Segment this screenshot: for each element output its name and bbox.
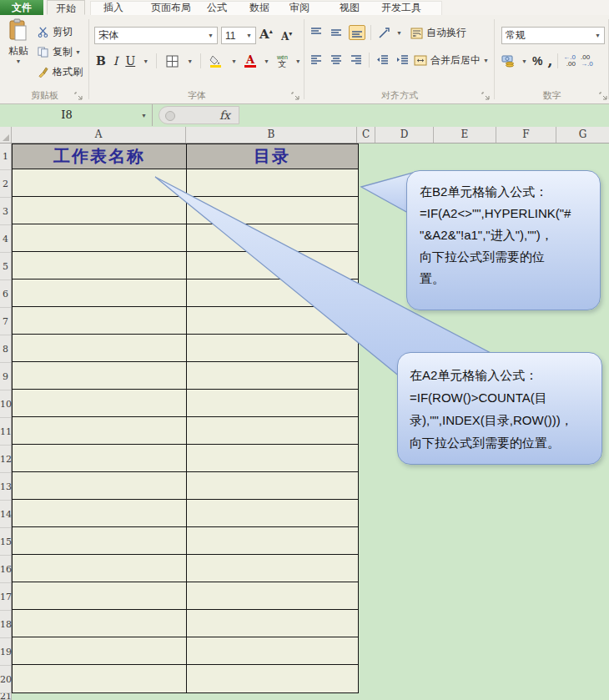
cell[interactable] xyxy=(13,555,187,582)
row-header[interactable]: 3 xyxy=(0,198,11,225)
column-header-a[interactable]: A xyxy=(12,127,186,143)
cell[interactable] xyxy=(13,252,187,279)
phonetic-guide-icon[interactable]: wén 文 xyxy=(277,54,288,68)
row-header[interactable]: 2 xyxy=(0,170,11,198)
cell[interactable] xyxy=(187,335,357,361)
name-box-dropdown-arrow-icon[interactable]: ▼ xyxy=(141,113,147,118)
row-header[interactable]: 6 xyxy=(0,280,11,308)
orientation-icon[interactable] xyxy=(376,26,391,39)
grow-font-button[interactable]: A▴ xyxy=(259,27,273,42)
cell[interactable] xyxy=(13,500,187,526)
cell[interactable] xyxy=(187,610,357,637)
cell[interactable] xyxy=(13,197,187,224)
clipboard-dialog-launcher-icon[interactable] xyxy=(74,92,83,100)
percent-style-button[interactable]: % xyxy=(532,54,542,68)
cell[interactable] xyxy=(187,500,357,526)
alignment-dialog-launcher-icon[interactable] xyxy=(481,92,490,100)
paste-button[interactable]: 粘贴 ▼ xyxy=(3,18,33,64)
row-header[interactable]: 7 xyxy=(0,308,11,335)
italic-button[interactable]: I xyxy=(113,54,118,68)
font-name-dropdown-arrow-icon[interactable]: ▼ xyxy=(208,33,214,38)
row-header[interactable]: 15 xyxy=(0,528,11,556)
name-box[interactable]: I8 ▼ xyxy=(0,104,153,126)
row-header[interactable]: 9 xyxy=(0,363,11,390)
merge-center-button[interactable]: 合并后居中 ▼ xyxy=(413,53,489,68)
cell[interactable] xyxy=(13,610,187,637)
tab-page-layout[interactable]: 页面布局 xyxy=(143,0,199,15)
row-header[interactable]: 20 xyxy=(0,666,11,693)
tab-insert[interactable]: 插入 xyxy=(93,0,133,15)
cell-a1[interactable]: 工作表名称 xyxy=(13,144,187,169)
align-left-icon[interactable] xyxy=(309,53,324,67)
decrease-decimal-icon[interactable]: .00 →.0 xyxy=(581,54,593,68)
cell[interactable] xyxy=(13,445,187,471)
column-header-c[interactable]: C xyxy=(357,127,375,143)
row-header[interactable]: 19 xyxy=(0,638,11,666)
align-middle-icon[interactable] xyxy=(329,26,344,39)
format-painter-button[interactable]: 格式刷 xyxy=(35,65,83,79)
phonetic-dropdown-arrow-icon[interactable]: ▼ xyxy=(295,58,301,64)
row-header[interactable]: 13 xyxy=(0,473,11,501)
row-header[interactable]: 4 xyxy=(0,225,11,253)
row-header[interactable]: 8 xyxy=(0,335,11,363)
row-header[interactable]: 1 xyxy=(0,144,11,170)
cell[interactable] xyxy=(13,279,187,306)
increase-decimal-icon[interactable]: ←.0 .00 xyxy=(563,54,576,68)
row-header[interactable]: 16 xyxy=(0,556,11,583)
callout-b2-formula[interactable]: 在B2单元格输入公式： =IF(A2<>"",HYPERLINK("# "&A2… xyxy=(406,170,601,310)
fill-color-icon[interactable] xyxy=(209,54,224,68)
number-format-dropdown-arrow-icon[interactable]: ▼ xyxy=(595,33,601,38)
cell[interactable] xyxy=(13,169,187,196)
copy-dropdown-arrow-icon[interactable]: ▼ xyxy=(75,49,81,55)
align-center-icon[interactable] xyxy=(329,53,344,67)
cell[interactable] xyxy=(187,390,357,416)
accounting-format-icon[interactable] xyxy=(501,54,516,68)
cut-button[interactable]: 剪切 xyxy=(35,25,73,39)
font-name-combo[interactable]: 宋体 ▼ xyxy=(94,27,218,44)
cell-b1[interactable]: 目录 xyxy=(187,144,357,169)
merge-dropdown-arrow-icon[interactable]: ▼ xyxy=(483,58,489,63)
insert-function-button[interactable]: fx xyxy=(219,108,230,122)
paste-dropdown-arrow-icon[interactable]: ▼ xyxy=(3,58,33,64)
row-header[interactable]: 14 xyxy=(0,501,11,528)
cell[interactable] xyxy=(13,307,187,334)
shrink-font-button[interactable]: A▾ xyxy=(281,29,292,43)
formula-input[interactable] xyxy=(239,104,609,126)
cell[interactable] xyxy=(187,582,357,609)
cell[interactable] xyxy=(13,362,187,389)
select-all-corner[interactable] xyxy=(0,127,12,143)
wrap-text-button[interactable]: 自动换行 xyxy=(409,26,466,40)
number-dialog-launcher-icon[interactable] xyxy=(599,92,607,100)
cell[interactable] xyxy=(187,555,357,582)
font-color-dropdown-arrow-icon[interactable]: ▼ xyxy=(264,58,269,64)
orientation-dropdown-arrow-icon[interactable]: ▼ xyxy=(396,30,402,36)
tab-formulas[interactable]: 公式 xyxy=(197,0,237,15)
cell[interactable] xyxy=(13,582,187,609)
fill-color-dropdown-arrow-icon[interactable]: ▼ xyxy=(231,58,237,64)
font-color-icon[interactable]: A xyxy=(244,55,256,68)
tab-developer[interactable]: 开发工具 xyxy=(371,0,431,15)
align-bottom-icon[interactable] xyxy=(349,25,365,40)
cell[interactable] xyxy=(13,224,187,251)
tab-file[interactable]: 文件 xyxy=(0,0,43,15)
decrease-indent-icon[interactable] xyxy=(375,53,390,67)
cell[interactable] xyxy=(13,390,187,416)
cell[interactable] xyxy=(13,637,187,664)
cell[interactable] xyxy=(187,252,357,279)
cell[interactable] xyxy=(187,362,357,389)
cell[interactable] xyxy=(187,637,357,664)
callout-a2-formula[interactable]: 在A2单元格输入公式： =IF(ROW()>COUNTA(目 录),"",IND… xyxy=(397,352,602,465)
cell[interactable] xyxy=(187,665,357,692)
cell[interactable] xyxy=(187,527,357,554)
tab-home[interactable]: 开始 xyxy=(47,0,85,15)
cell[interactable] xyxy=(187,417,357,444)
cell[interactable] xyxy=(13,472,187,499)
increase-indent-icon[interactable] xyxy=(395,53,410,67)
row-header[interactable]: 5 xyxy=(0,253,11,280)
row-header[interactable]: 18 xyxy=(0,611,11,638)
align-right-icon[interactable] xyxy=(349,53,364,67)
row-header[interactable]: 10 xyxy=(0,390,11,418)
copy-button[interactable]: 复制 ▼ xyxy=(35,45,81,59)
cell[interactable] xyxy=(187,445,357,471)
number-format-combo[interactable]: 常规 ▼ xyxy=(501,27,605,44)
